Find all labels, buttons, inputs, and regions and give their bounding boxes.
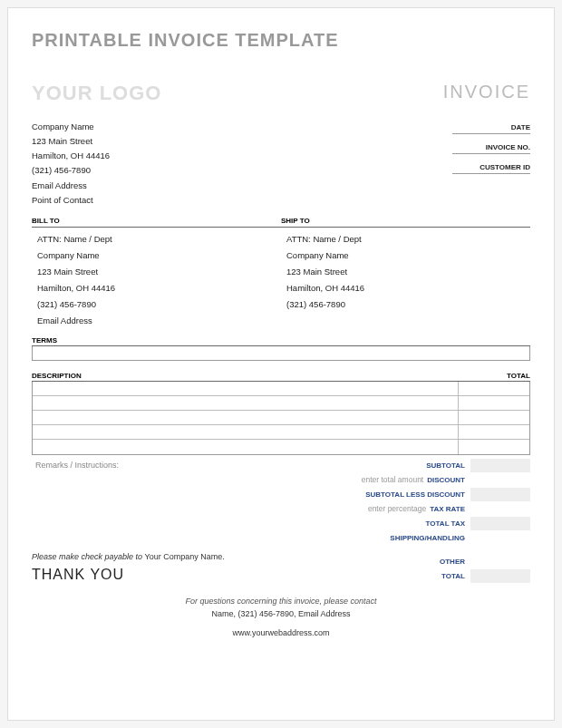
bill-attn: ATTN: Name / Dept bbox=[37, 231, 281, 248]
bill-city: Hamilton, OH 44416 bbox=[37, 280, 281, 296]
total-label: TOTAL bbox=[441, 572, 469, 580]
bill-to-column: BILL TO ATTN: Name / Dept Company Name 1… bbox=[32, 217, 281, 329]
page-title: PRINTABLE INVOICE TEMPLATE bbox=[32, 30, 530, 51]
taxrate-row: enter percentage TAX RATE bbox=[286, 501, 530, 516]
total-heading: TOTAL bbox=[458, 372, 530, 380]
items-table bbox=[32, 382, 530, 455]
logo-placeholder: YOUR LOGO bbox=[32, 82, 161, 105]
table-row bbox=[33, 411, 529, 425]
footer: For questions concerning this invoice, p… bbox=[32, 596, 530, 640]
subtotal-box bbox=[470, 459, 530, 472]
payable-prefix: Please make check payable to bbox=[32, 552, 145, 561]
taxrate-box bbox=[470, 502, 530, 516]
invoice-label: INVOICE bbox=[443, 82, 530, 102]
ship-phone: (321) 456-7890 bbox=[286, 296, 530, 313]
bill-company: Company Name bbox=[37, 248, 281, 264]
ship-to-heading: SHIP TO bbox=[281, 217, 530, 228]
footer-web: www.yourwebaddress.com bbox=[32, 627, 530, 640]
payable-name: Your Company Name. bbox=[145, 552, 225, 561]
totals-area: Remarks / Instructions: SUBTOTAL enter t… bbox=[32, 458, 530, 545]
company-email: Email Address bbox=[32, 179, 110, 193]
date-label: DATE bbox=[452, 120, 530, 134]
terms-box bbox=[32, 346, 530, 361]
discount-box bbox=[470, 473, 530, 487]
remarks-label: Remarks / Instructions: bbox=[32, 458, 286, 545]
subtotal-less-row: SUBTOTAL LESS DISCOUNT bbox=[286, 487, 530, 501]
discount-label: DISCOUNT bbox=[427, 476, 469, 484]
table-row bbox=[33, 425, 529, 440]
bill-to-block: ATTN: Name / Dept Company Name 123 Main … bbox=[32, 231, 281, 329]
description-heading: DESCRIPTION bbox=[32, 372, 458, 380]
invoice-no-label: INVOICE NO. bbox=[452, 140, 530, 154]
subtotal-less-box bbox=[470, 488, 530, 501]
table-row bbox=[33, 396, 529, 411]
other-label: OTHER bbox=[440, 558, 469, 566]
discount-hint: enter total amount bbox=[362, 475, 424, 484]
other-row: OTHER bbox=[286, 554, 530, 568]
total-row: TOTAL bbox=[286, 568, 530, 583]
company-phone: (321) 456-7890 bbox=[32, 163, 110, 178]
table-row bbox=[33, 382, 529, 396]
ship-to-column: SHIP TO ATTN: Name / Dept Company Name 1… bbox=[281, 217, 530, 329]
taxrate-label: TAX RATE bbox=[430, 505, 469, 513]
company-name: Company Name bbox=[32, 120, 110, 134]
invoice-page: PRINTABLE INVOICE TEMPLATE YOUR LOGO INV… bbox=[7, 7, 555, 721]
company-contact: Point of Contact bbox=[32, 193, 110, 208]
total-box bbox=[470, 569, 530, 583]
right-labels: DATE INVOICE NO. CUSTOMER ID bbox=[452, 120, 530, 208]
company-block: Company Name 123 Main Street Hamilton, O… bbox=[32, 120, 110, 208]
ship-attn: ATTN: Name / Dept bbox=[286, 231, 530, 248]
subtotal-row: SUBTOTAL bbox=[286, 458, 530, 472]
table-row bbox=[33, 440, 529, 454]
bill-to-heading: BILL TO bbox=[32, 217, 281, 228]
bill-street: 123 Main Street bbox=[37, 264, 281, 280]
header-row: YOUR LOGO INVOICE bbox=[32, 82, 530, 105]
subtotal-label: SUBTOTAL bbox=[426, 461, 469, 470]
terms-heading: TERMS bbox=[32, 336, 530, 346]
footer-question: For questions concerning this invoice, p… bbox=[32, 596, 530, 608]
taxrate-hint: enter percentage bbox=[368, 504, 426, 513]
payable-line: Please make check payable to Your Compan… bbox=[32, 552, 286, 561]
bill-email: Email Address bbox=[37, 313, 281, 329]
bill-ship-row: BILL TO ATTN: Name / Dept Company Name 1… bbox=[32, 217, 530, 329]
totals-column: SUBTOTAL enter total amount DISCOUNT SUB… bbox=[286, 458, 530, 545]
items-header: DESCRIPTION TOTAL bbox=[32, 372, 530, 382]
totaltax-label: TOTAL TAX bbox=[426, 519, 469, 528]
discount-row: enter total amount DISCOUNT bbox=[286, 472, 530, 487]
ship-city: Hamilton, OH 44416 bbox=[286, 280, 530, 296]
ship-street: 123 Main Street bbox=[286, 264, 530, 280]
meta-row: Company Name 123 Main Street Hamilton, O… bbox=[32, 120, 530, 208]
shipping-row: SHIPPING/HANDLING bbox=[286, 530, 530, 545]
company-city: Hamilton, OH 44416 bbox=[32, 149, 110, 163]
bill-phone: (321) 456-7890 bbox=[37, 296, 281, 313]
company-street: 123 Main Street bbox=[32, 134, 110, 149]
shipping-box bbox=[470, 531, 530, 545]
footer-contact: Name, (321) 456-7890, Email Address bbox=[32, 608, 530, 621]
shipping-label: SHIPPING/HANDLING bbox=[390, 534, 469, 542]
ship-company: Company Name bbox=[286, 248, 530, 264]
thank-you: THANK YOU bbox=[32, 567, 286, 583]
customer-id-label: CUSTOMER ID bbox=[452, 160, 530, 174]
ship-to-block: ATTN: Name / Dept Company Name 123 Main … bbox=[281, 231, 530, 313]
totaltax-row: TOTAL TAX bbox=[286, 516, 530, 530]
totaltax-box bbox=[470, 517, 530, 530]
other-box bbox=[470, 555, 530, 568]
subtotal-less-label: SUBTOTAL LESS DISCOUNT bbox=[365, 490, 469, 499]
